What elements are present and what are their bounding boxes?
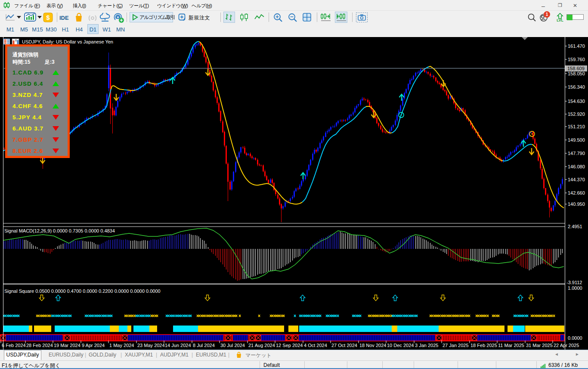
svg-text:154.630: 154.630 bbox=[568, 99, 585, 104]
svg-text:21 Aug 2024: 21 Aug 2024 bbox=[248, 343, 275, 348]
svg-text:31 Mar 2025: 31 Mar 2025 bbox=[526, 343, 553, 348]
svg-text:140.950: 140.950 bbox=[568, 202, 585, 207]
svg-text:10 Dec 2024: 10 Dec 2024 bbox=[387, 343, 414, 348]
svg-text:23 May 2024: 23 May 2024 bbox=[137, 343, 165, 348]
svg-text:18 Feb 2025: 18 Feb 2025 bbox=[470, 343, 497, 348]
svg-text:159.760: 159.760 bbox=[568, 57, 585, 62]
svg-text:LVL: LVL bbox=[557, 18, 563, 22]
svg-text:-3.9112: -3.9112 bbox=[566, 280, 582, 285]
svg-text:152.920: 152.920 bbox=[568, 112, 585, 117]
svg-text:2.4951: 2.4951 bbox=[568, 224, 582, 229]
svg-text:28 Feb 2024: 28 Feb 2024 bbox=[26, 343, 53, 348]
svg-text:156.340: 156.340 bbox=[568, 84, 585, 90]
svg-text:0.0000: 0.0000 bbox=[568, 335, 582, 341]
svg-text:1 May 2024: 1 May 2024 bbox=[109, 343, 134, 348]
svg-text:9 Apr 2024: 9 Apr 2024 bbox=[82, 343, 105, 348]
svg-text:142.660: 142.660 bbox=[568, 190, 585, 195]
svg-text:161.470: 161.470 bbox=[568, 43, 585, 49]
svg-text:147.790: 147.790 bbox=[568, 151, 585, 156]
svg-text:14 Jun 2024: 14 Jun 2024 bbox=[165, 343, 191, 348]
svg-text:Signal MACD(12,26,9) 0.0000 0.: Signal MACD(12,26,9) 0.0000 0.7305 0.000… bbox=[4, 228, 115, 233]
svg-text:30 Jul 2024: 30 Jul 2024 bbox=[220, 343, 245, 348]
svg-text:18 Nov 2024: 18 Nov 2024 bbox=[359, 343, 386, 348]
svg-text:27 Oct 2024: 27 Oct 2024 bbox=[331, 343, 357, 348]
svg-text:6 Feb 2024: 6 Feb 2024 bbox=[2, 343, 26, 348]
svg-text:149.500: 149.500 bbox=[568, 137, 585, 143]
svg-text:3 Jan 2025: 3 Jan 2025 bbox=[415, 343, 438, 348]
svg-text:146.080: 146.080 bbox=[568, 164, 585, 169]
svg-text:27 Jan 2025: 27 Jan 2025 bbox=[443, 343, 469, 348]
svg-text:8 Jul 2024: 8 Jul 2024 bbox=[193, 343, 215, 348]
svg-text:19 Mar 2024: 19 Mar 2024 bbox=[54, 343, 80, 348]
svg-text:144.370: 144.370 bbox=[568, 177, 585, 182]
svg-text:Signal Square 0.0500 0.0000 0.: Signal Square 0.0500 0.0000 0.4700 0.000… bbox=[4, 288, 161, 294]
svg-text:4 Oct 2024: 4 Oct 2024 bbox=[304, 343, 327, 348]
svg-text:$: $ bbox=[46, 14, 50, 21]
svg-text:22 Apr 2025: 22 Apr 2025 bbox=[554, 343, 579, 348]
svg-text:158.050: 158.050 bbox=[568, 71, 585, 76]
svg-text:151.210: 151.210 bbox=[568, 124, 585, 129]
svg-text:1.0000: 1.0000 bbox=[568, 285, 582, 291]
svg-text:12 Sep 2024: 12 Sep 2024 bbox=[276, 343, 303, 348]
svg-text:11 Mar 2025: 11 Mar 2025 bbox=[498, 343, 524, 348]
svg-text:158.609: 158.609 bbox=[567, 66, 585, 71]
svg-text:USDJPY, Daily: US Dollar vs J: USDJPY, Daily: US Dollar vs Japanese Yen bbox=[22, 39, 113, 44]
